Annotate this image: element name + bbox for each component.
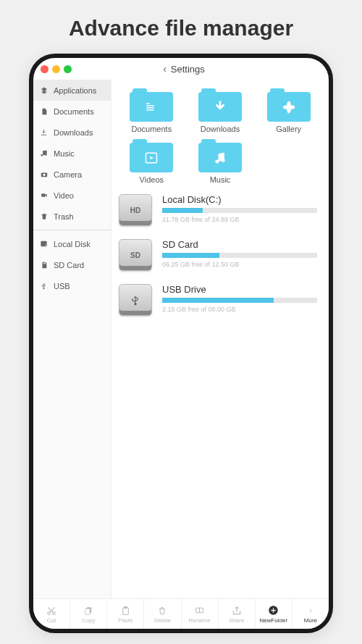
folder-grid: DocumentsDownloadsGalleryVideosMusic xyxy=(119,88,321,184)
drive-subtext: 21.78 GB free of 24.89 GB xyxy=(162,216,317,223)
toolbar-label: Rename xyxy=(188,617,210,624)
sidebar-item-documents[interactable]: Documents xyxy=(33,101,111,122)
sidebar-item-label: SD Card xyxy=(54,261,84,269)
drive-list: HDLocal Disk(C:)21.78 GB free of 24.89 G… xyxy=(119,194,321,316)
folder-label: Documents xyxy=(132,125,172,133)
svg-point-15 xyxy=(215,159,219,163)
sidebar-item-sd-card[interactable]: SD Card xyxy=(33,254,111,275)
back-icon[interactable]: ‹ xyxy=(163,63,167,75)
toolbar-share[interactable]: Share xyxy=(219,599,256,629)
folder-documents[interactable]: Documents xyxy=(119,88,185,133)
toolbar-cut[interactable]: Cut xyxy=(33,599,70,629)
folder-icon xyxy=(130,139,173,172)
sidebar-item-local-disk[interactable]: Local Disk xyxy=(33,233,111,254)
svg-rect-21 xyxy=(85,609,90,614)
svg-rect-6 xyxy=(44,262,45,264)
sidebar-item-label: Camera xyxy=(54,170,82,179)
svg-point-4 xyxy=(46,245,46,246)
svg-rect-7 xyxy=(45,262,46,264)
drive-subtext: 2.15 GB free of 08.00 GB xyxy=(162,306,317,313)
sidebar-item-label: Downloads xyxy=(54,128,93,137)
folder-icon xyxy=(198,88,242,122)
bottom-toolbar: CutCopyPasteDeleteRenameShareNewFolderMo… xyxy=(33,598,329,629)
folder-label: Downloads xyxy=(201,125,240,133)
svg-point-8 xyxy=(43,288,45,290)
delete-icon xyxy=(158,605,167,616)
drive-name: USB Drive xyxy=(162,284,317,295)
svg-rect-23 xyxy=(125,606,127,608)
drive-name: Local Disk(C:) xyxy=(162,194,317,205)
svg-rect-12 xyxy=(147,109,155,111)
sidebar-item-downloads[interactable]: Downloads xyxy=(33,122,111,143)
svg-point-17 xyxy=(135,304,136,305)
svg-point-26 xyxy=(311,609,311,610)
share-icon xyxy=(232,605,242,616)
folder-downloads[interactable]: Downloads xyxy=(188,88,253,133)
svg-point-16 xyxy=(222,158,225,162)
sidebar-divider xyxy=(33,230,111,230)
app-body: ApplicationsDocumentsDownloadsMusicCamer… xyxy=(33,80,329,598)
titlebar: ‹ Settings xyxy=(33,58,329,80)
maximize-icon[interactable] xyxy=(64,65,72,73)
drive-icon: SD xyxy=(119,239,152,271)
close-icon[interactable] xyxy=(41,65,49,73)
folder-gallery[interactable]: Gallery xyxy=(256,88,321,133)
folder-music[interactable]: Music xyxy=(188,139,253,184)
sidebar-item-label: Documents xyxy=(54,107,94,116)
toolbar-label: Copy xyxy=(82,617,96,624)
sidebar-item-video[interactable]: Video xyxy=(33,185,111,206)
folder-icon xyxy=(130,88,173,122)
sd-icon xyxy=(39,260,49,269)
sidebar-item-label: Local Disk xyxy=(54,240,90,248)
disk-icon xyxy=(39,239,49,248)
toolbar-delete[interactable]: Delete xyxy=(144,599,181,629)
drive-icon: HD xyxy=(119,194,152,226)
sidebar-item-usb[interactable]: USB xyxy=(33,275,111,296)
music-icon xyxy=(39,149,49,158)
drive-name: SD Card xyxy=(162,239,317,250)
device-frame: ‹ Settings ApplicationsDocumentsDownload… xyxy=(29,54,333,633)
folder-label: Music xyxy=(210,175,231,184)
sidebar-item-applications[interactable]: Applications xyxy=(33,80,111,101)
sidebar-item-camera[interactable]: Camera xyxy=(33,164,111,185)
toolbar-rename[interactable]: Rename xyxy=(182,599,219,629)
folder-videos[interactable]: Videos xyxy=(119,139,185,184)
page-title: Advance file manager xyxy=(0,0,362,54)
drive-usage-bar xyxy=(162,253,317,258)
drive-usage-bar xyxy=(162,208,317,213)
newfolder-icon xyxy=(268,605,279,616)
svg-point-28 xyxy=(311,611,311,611)
minimize-icon[interactable] xyxy=(52,65,60,73)
folder-label: Videos xyxy=(140,175,164,184)
toolbar-paste[interactable]: Paste xyxy=(107,599,144,629)
toolbar-copy[interactable]: Copy xyxy=(70,599,107,629)
sidebar-item-music[interactable]: Music xyxy=(33,143,111,164)
paste-icon xyxy=(121,605,130,616)
drive-info: USB Drive2.15 GB free of 08.00 GB xyxy=(162,284,321,313)
sidebar-item-trash[interactable]: Trash xyxy=(33,206,111,227)
titlebar-label: Settings xyxy=(171,64,205,75)
drive-sd-card[interactable]: SDSD Card06.25 GB free of 12.50 GB xyxy=(119,239,321,271)
drive-local-disk-c-[interactable]: HDLocal Disk(C:)21.78 GB free of 24.89 G… xyxy=(119,194,321,226)
drive-usb-drive[interactable]: USB Drive2.15 GB free of 08.00 GB xyxy=(119,284,321,316)
camera-icon xyxy=(39,170,49,179)
toolbar-more[interactable]: More xyxy=(292,599,329,629)
sidebar-item-label: Trash xyxy=(54,212,74,221)
sidebar-item-label: Video xyxy=(54,191,74,200)
main-panel: DocumentsDownloadsGalleryVideosMusic HDL… xyxy=(111,80,329,598)
copy-icon xyxy=(84,605,93,616)
toolbar-label: NewFolder xyxy=(259,617,287,624)
usb-icon xyxy=(39,281,49,290)
download-icon xyxy=(39,127,49,137)
drive-usage-bar xyxy=(162,298,317,303)
toolbar-newfolder[interactable]: NewFolder xyxy=(256,599,292,629)
drive-info: SD Card06.25 GB free of 12.50 GB xyxy=(162,239,321,268)
sidebar: ApplicationsDocumentsDownloadsMusicCamer… xyxy=(33,80,111,598)
sidebar-item-label: Music xyxy=(54,149,75,158)
toolbar-label: Delete xyxy=(154,617,171,624)
svg-point-27 xyxy=(311,610,311,611)
apps-icon xyxy=(39,85,49,95)
titlebar-title[interactable]: ‹ Settings xyxy=(75,63,292,75)
folder-icon xyxy=(267,88,311,122)
sidebar-item-label: Applications xyxy=(54,86,96,95)
